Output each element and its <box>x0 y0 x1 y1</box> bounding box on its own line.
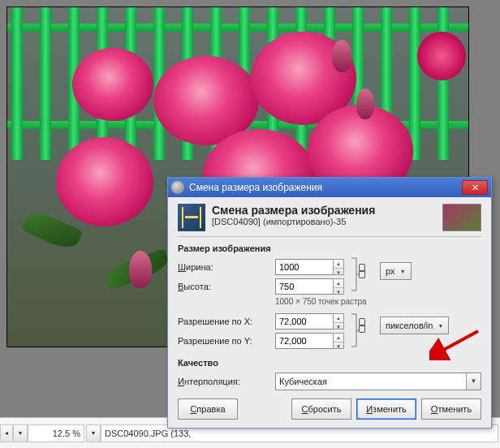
height-spinner[interactable]: ▲▼ <box>333 278 344 295</box>
section-quality-title: Качество <box>178 358 481 368</box>
zoom-dropdown-button[interactable]: ▾ <box>86 424 101 442</box>
dialog-titlebar[interactable]: Смена размера изображения ✕ <box>168 178 491 197</box>
res-y-label: Разрешение по Y: <box>178 336 275 346</box>
dialog-heading: Смена размера изображения <box>212 204 442 217</box>
scale-icon <box>178 204 205 231</box>
cancel-button[interactable]: Отменить <box>421 398 481 420</box>
reset-button[interactable]: Сбросить <box>291 398 351 420</box>
chain-link-icon[interactable] <box>356 264 367 278</box>
width-spinner[interactable]: ▲▼ <box>333 259 344 275</box>
section-size-title: Размер изображения <box>178 243 481 253</box>
height-input[interactable] <box>275 278 334 295</box>
apply-button[interactable]: Изменить <box>356 398 416 420</box>
close-button[interactable]: ✕ <box>462 180 488 195</box>
res-x-input[interactable] <box>275 313 334 330</box>
dialog-title: Смена размера изображения <box>189 182 462 193</box>
raster-hint: 1000 × 750 точек растра <box>275 297 481 306</box>
zoom-field[interactable]: 12.5 % <box>28 424 84 442</box>
status-menu-button[interactable]: ▾ <box>13 424 28 442</box>
scale-image-dialog: Смена размера изображения ✕ Смена размер… <box>167 177 492 429</box>
res-y-input[interactable] <box>275 333 334 349</box>
width-input[interactable] <box>275 259 334 275</box>
status-prev-button[interactable]: ◂ <box>0 424 13 442</box>
image-thumbnail <box>442 204 481 231</box>
help-button[interactable]: Справка <box>178 398 238 420</box>
res-x-label: Разрешение по X: <box>178 317 275 326</box>
interpolation-combo[interactable]: Кубическая ▼ <box>275 373 481 390</box>
res-unit-dropdown[interactable]: пикселов/in <box>380 317 449 334</box>
res-y-spinner[interactable]: ▲▼ <box>333 333 344 349</box>
chevron-down-icon: ▼ <box>466 373 481 390</box>
app-icon <box>171 181 184 194</box>
interpolation-label: Интерполяция: <box>178 377 275 386</box>
chain-link-icon[interactable] <box>356 318 367 333</box>
res-x-spinner[interactable]: ▲▼ <box>333 313 344 330</box>
dialog-subtitle: [DSC04090] (импортировано)-35 <box>212 217 442 226</box>
width-label: Ширина: <box>178 262 275 272</box>
height-label: Высота: <box>178 282 275 291</box>
size-unit-dropdown[interactable]: px <box>380 262 412 280</box>
